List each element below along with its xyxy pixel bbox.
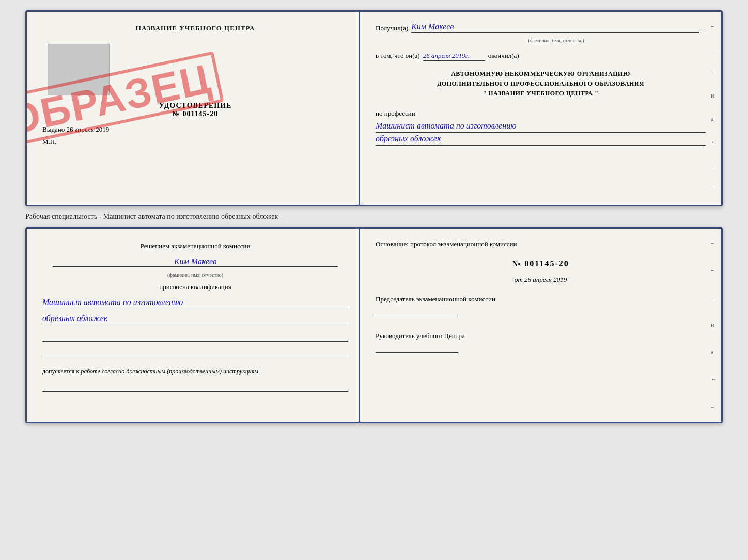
kval-line1: Машинист автомата по изготовлению — [42, 296, 348, 309]
poluchil-subtitle: (фамилия, имя, отчество) — [407, 38, 706, 43]
protocol-number: № 001145-20 — [376, 259, 706, 268]
kval-line2: обрезных обложек — [42, 312, 348, 325]
document-wrapper: НАЗВАНИЕ УЧЕБНОГО ЦЕНТРА УДОСТОВЕРЕНИЕ №… — [25, 10, 723, 423]
nomer-label: № 001145-20 — [42, 110, 348, 118]
predsedatel-signature-line — [376, 307, 458, 316]
poluchil-label: Получил(а) — [376, 24, 408, 33]
poluchil-name: Ким Макеев — [411, 22, 699, 33]
empty-line-3 — [42, 382, 348, 392]
protocol-date: от 26 апреля 2019 — [376, 276, 706, 284]
org-block: АВТОНОМНУЮ НЕКОММЕРЧЕСКУЮ ОРГАНИЗАЦИЮ ДО… — [376, 69, 706, 99]
empty-line-1 — [42, 332, 348, 342]
org-line1: АВТОНОМНУЮ НЕКОММЕРЧЕСКУЮ ОРГАНИЗАЦИЮ — [376, 69, 706, 79]
protocol-date-value: 26 апреля 2019 — [524, 276, 567, 283]
dopuskaetsya-block: допускается к работе согласно должностны… — [42, 367, 348, 375]
bottom-right-page: Основание: протокол экзаменационной коми… — [360, 229, 721, 422]
protocol-date-prefix: от — [515, 276, 523, 283]
rukovoditel-block: Руководитель учебного Центра — [376, 331, 706, 357]
org-line2: ДОПОЛНИТЕЛЬНОГО ПРОФЕССИОНАЛЬНОГО ОБРАЗО… — [376, 79, 706, 89]
bottom-left-page: Решением экзаменационной комиссии Ким Ма… — [27, 229, 360, 422]
vtom-row: в том, что он(а) 26 апреля 2019г. окончи… — [376, 52, 706, 61]
osnovanie-header: Основание: протокол экзаменационной коми… — [376, 239, 706, 250]
top-left-header: НАЗВАНИЕ УЧЕБНОГО ЦЕНТРА — [42, 24, 348, 33]
rukovoditel-label: Руководитель учебного Центра — [376, 331, 706, 342]
mp-label: М.П. — [42, 138, 348, 146]
okochnil-label: окончил(а) — [488, 52, 519, 60]
rukovoditel-signature-line — [376, 343, 458, 353]
photo-placeholder — [48, 44, 110, 95]
komissia-name: Ким Макеев — [53, 257, 338, 267]
top-right-page: Получил(а) Ким Макеев – (фамилия, имя, о… — [360, 12, 721, 205]
empty-line-2 — [42, 349, 348, 358]
top-left-page: НАЗВАНИЕ УЧЕБНОГО ЦЕНТРА УДОСТОВЕРЕНИЕ №… — [27, 12, 360, 205]
udostoverenie-label: УДОСТОВЕРЕНИЕ — [42, 102, 348, 110]
dopuskaetsya-text: работе согласно должностным (производств… — [81, 367, 258, 375]
separator-label: Рабочая специальность - Машинист автомат… — [25, 212, 723, 222]
profession-line1: Машинист автомата по изготовлению — [376, 120, 706, 133]
predsedatel-block: Председатель экзаменационной комиссии — [376, 294, 706, 321]
predsedatel-label: Председатель экзаменационной комиссии — [376, 294, 706, 305]
komissia-header: Решением экзаменационной комиссии — [42, 241, 348, 252]
dash-after-poluchil: – — [702, 24, 706, 33]
dopuskaetsya-label: допускается к — [42, 367, 79, 375]
vydano-date: 26 апреля 2019 — [67, 125, 110, 133]
vtom-date: 26 апреля 2019г. — [423, 52, 485, 61]
profession-line2: обрезных обложек — [376, 133, 706, 146]
profession-block: по профессии Машинист автомата по изгото… — [376, 109, 706, 149]
poluchil-row: Получил(а) Ким Макеев – — [376, 22, 706, 33]
top-certificate-book: НАЗВАНИЕ УЧЕБНОГО ЦЕНТРА УДОСТОВЕРЕНИЕ №… — [25, 10, 723, 206]
profession-label: по профессии — [376, 109, 415, 117]
komissia-subtitle: (фамилия, имя, отчество) — [42, 272, 348, 278]
prisvoena-label: присвоена квалификация — [42, 283, 348, 291]
vtom-label: в том, что он(а) — [376, 52, 420, 60]
bottom-certificate-book: Решением экзаменационной комиссии Ким Ма… — [25, 227, 723, 423]
right-dashes-bottom: – – – и а ← – – – – — [711, 239, 717, 423]
vydano-label: Выдано — [42, 125, 65, 133]
vydano-block: Выдано 26 апреля 2019 — [42, 125, 348, 134]
org-line3: " НАЗВАНИЕ УЧЕБНОГО ЦЕНТРА " — [376, 89, 706, 99]
right-side-dashes: – – – и а ← – – – – — [711, 22, 717, 206]
